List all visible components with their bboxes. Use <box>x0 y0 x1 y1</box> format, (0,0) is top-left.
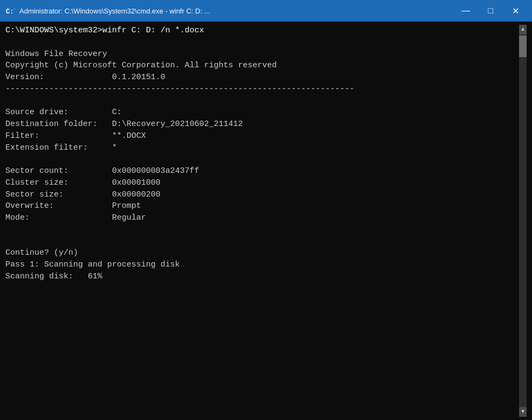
terminal-line: Extension filter: * <box>5 142 519 154</box>
terminal-line: ----------------------------------------… <box>5 83 519 95</box>
terminal-line <box>5 224 519 236</box>
cmd-window: C:\ Administrator: C:\Windows\System32\c… <box>0 0 532 420</box>
terminal-line: Overwrite: Prompt <box>5 200 519 212</box>
terminal-line: Mode: Regular <box>5 212 519 224</box>
scroll-thumb[interactable] <box>519 36 527 57</box>
terminal-line: Version: 0.1.20151.0 <box>5 72 519 83</box>
terminal-line <box>5 153 519 165</box>
title-bar-controls: — □ ✕ <box>453 2 528 19</box>
terminal-output: Windows File RecoveryCopyright (c) Micro… <box>5 37 519 283</box>
close-button[interactable]: ✕ <box>503 2 528 19</box>
scrollbar[interactable]: ▲ ▼ <box>519 25 527 417</box>
maximize-button[interactable]: □ <box>478 2 503 19</box>
terminal-line <box>5 95 519 107</box>
title-bar: C:\ Administrator: C:\Windows\System32\c… <box>0 0 532 22</box>
terminal-line <box>5 37 519 48</box>
cmd-icon: C:\ <box>4 5 15 16</box>
terminal-line: Copyright (c) Microsoft Corporation. All… <box>5 60 519 72</box>
terminal-line: Sector size: 0x00000200 <box>5 189 519 201</box>
terminal-line: Destination folder: D:\Recovery_20210602… <box>5 118 519 130</box>
terminal-line <box>5 236 519 248</box>
command-line: C:\WINDOWS\system32>winfr C: D: /n *.doc… <box>5 25 519 37</box>
terminal-line: Sector count: 0x000000003a2437ff <box>5 165 519 177</box>
scroll-up-arrow[interactable]: ▲ <box>519 25 527 34</box>
terminal-line: Cluster size: 0x00001000 <box>5 177 519 189</box>
terminal-body: C:\WINDOWS\system32>winfr C: D: /n *.doc… <box>0 22 532 420</box>
terminal-content[interactable]: C:\WINDOWS\system32>winfr C: D: /n *.doc… <box>5 25 519 417</box>
scroll-track[interactable] <box>519 34 527 407</box>
title-bar-left: C:\ Administrator: C:\Windows\System32\c… <box>4 5 210 16</box>
terminal-line: Pass 1: Scanning and processing disk <box>5 259 519 271</box>
terminal-line: Scanning disk: 61% <box>5 271 519 283</box>
window-title: Administrator: C:\Windows\System32\cmd.e… <box>19 7 210 15</box>
svg-text:C:\: C:\ <box>6 8 15 16</box>
terminal-line: Continue? (y/n) <box>5 247 519 259</box>
terminal-line: Filter: **.DOCX <box>5 130 519 142</box>
scroll-down-arrow[interactable]: ▼ <box>519 407 527 417</box>
terminal-line: Source drive: C: <box>5 107 519 118</box>
terminal-line: Windows File Recovery <box>5 48 519 60</box>
minimize-button[interactable]: — <box>453 2 478 19</box>
